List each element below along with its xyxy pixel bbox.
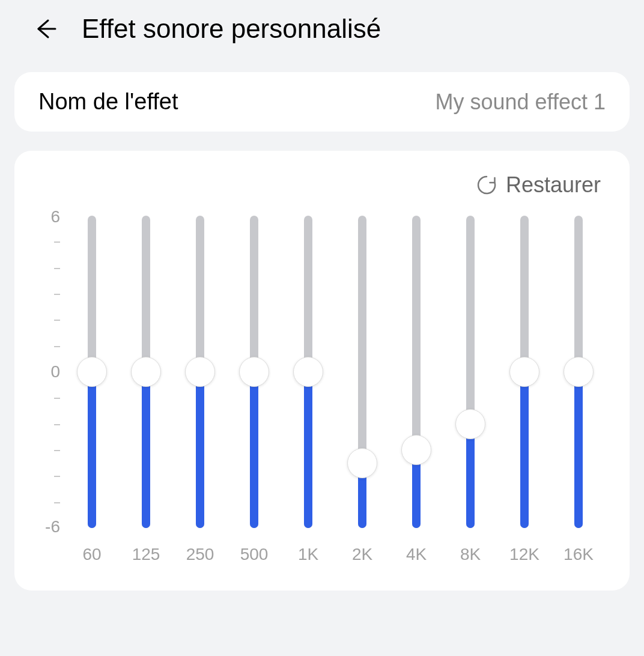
eq-slider: 1K xyxy=(281,216,335,564)
band-label: 1K xyxy=(298,545,318,564)
band-label: 60 xyxy=(82,545,101,564)
band-label: 12K xyxy=(509,545,539,564)
slider-track[interactable] xyxy=(520,216,529,528)
y-axis-min: -6 xyxy=(45,517,60,536)
eq-slider: 8K xyxy=(443,216,497,564)
slider-track[interactable] xyxy=(250,216,258,528)
band-label: 4K xyxy=(406,545,427,564)
effect-name-label: Nom de l'effet xyxy=(38,89,178,115)
y-axis: 6 0 -6 xyxy=(38,216,65,528)
band-label: 2K xyxy=(352,545,372,564)
slider-thumb[interactable] xyxy=(185,357,215,387)
effect-name-row[interactable]: Nom de l'effet My sound effect 1 xyxy=(14,72,630,132)
slider-track[interactable] xyxy=(304,216,312,528)
eq-slider: 16K xyxy=(551,216,606,564)
slider-thumb[interactable] xyxy=(77,357,107,387)
slider-thumb[interactable] xyxy=(509,357,539,387)
eq-slider: 250 xyxy=(173,216,227,564)
page-title: Effet sonore personnalisé xyxy=(82,14,381,44)
back-icon[interactable] xyxy=(29,12,62,46)
eq-slider: 500 xyxy=(227,216,281,564)
slider-track[interactable] xyxy=(412,216,421,528)
eq-slider: 60 xyxy=(65,216,119,564)
slider-thumb[interactable] xyxy=(239,357,269,387)
slider-thumb[interactable] xyxy=(564,357,594,387)
restore-button[interactable]: Restaurer xyxy=(38,172,606,198)
eq-slider: 12K xyxy=(497,216,551,564)
effect-name-value: My sound effect 1 xyxy=(436,90,606,115)
eq-slider: 2K xyxy=(335,216,389,564)
band-label: 8K xyxy=(460,545,481,564)
slider-thumb[interactable] xyxy=(293,357,323,387)
band-label: 250 xyxy=(186,545,214,564)
equalizer-card: Restaurer 6 0 -6 601252505001K2K4K8K12K1… xyxy=(14,151,630,591)
slider-thumb[interactable] xyxy=(131,357,161,387)
restore-icon xyxy=(476,174,497,196)
sliders-container: 601252505001K2K4K8K12K16K xyxy=(65,216,606,564)
band-label: 500 xyxy=(240,545,269,564)
eq-slider: 125 xyxy=(119,216,173,564)
slider-track[interactable] xyxy=(196,216,204,528)
slider-track[interactable] xyxy=(574,216,583,528)
y-axis-max: 6 xyxy=(50,207,60,226)
slider-thumb[interactable] xyxy=(401,435,431,465)
restore-label: Restaurer xyxy=(506,172,601,198)
slider-track[interactable] xyxy=(142,216,150,528)
slider-thumb[interactable] xyxy=(455,409,485,439)
eq-slider: 4K xyxy=(389,216,443,564)
slider-thumb[interactable] xyxy=(347,448,377,478)
band-label: 125 xyxy=(132,545,160,564)
band-label: 16K xyxy=(564,545,594,564)
slider-track[interactable] xyxy=(88,216,96,528)
slider-track[interactable] xyxy=(358,216,366,528)
y-axis-zero: 0 xyxy=(50,362,60,381)
slider-track[interactable] xyxy=(466,216,475,528)
